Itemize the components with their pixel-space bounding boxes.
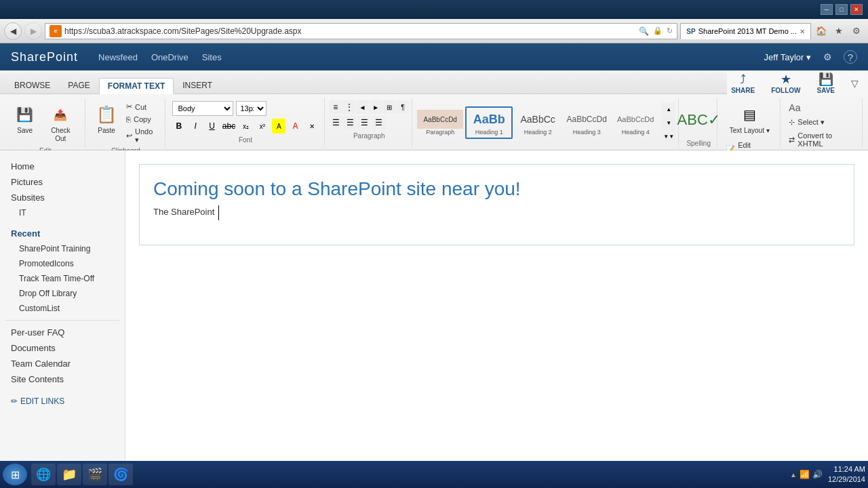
nav-onedrive[interactable]: OneDrive: [151, 52, 189, 62]
share-btn[interactable]: ⤴ SHARE: [727, 71, 759, 96]
styles-scroll-up-btn[interactable]: ▲: [662, 102, 675, 116]
sidebar-item-home[interactable]: Home: [5, 159, 119, 174]
sidebar-item-subsites[interactable]: Subsites: [5, 190, 119, 205]
refresh-icon[interactable]: ↻: [667, 26, 673, 35]
nav-newsfeed[interactable]: Newsfeed: [98, 52, 138, 62]
tab-page[interactable]: PAGE: [59, 77, 98, 94]
font-size-select[interactable]: 13px: [236, 101, 267, 116]
sidebar-item-custom-list[interactable]: CustomList: [5, 301, 119, 316]
outdent-btn[interactable]: ◄: [356, 100, 369, 114]
checkout-btn[interactable]: 📤 Check Out: [42, 101, 80, 146]
taskbar-ie-btn[interactable]: 🌐: [31, 464, 56, 485]
clear-format-btn[interactable]: ✕: [305, 119, 319, 134]
spelling-btn[interactable]: ABC✓ ABC✓: [684, 106, 713, 134]
style-h3-label: Heading 3: [573, 129, 601, 136]
checkout-icon: 📤: [50, 104, 71, 125]
page-title[interactable]: Coming soon to a SharePoint site near yo…: [153, 178, 840, 200]
style-h2-btn[interactable]: AaBbCc Heading 2: [514, 106, 561, 139]
sidebar-item-pictures[interactable]: Pictures: [5, 174, 119, 190]
title-bar-controls[interactable]: ─ □ ✕: [821, 4, 863, 15]
forward-btn[interactable]: ▶: [24, 22, 42, 40]
copy-btn[interactable]: ⎘ Copy: [123, 114, 159, 125]
ribbon-actions: ⤴ SHARE ★ FOLLOW 💾 SAVE ▽: [727, 70, 868, 96]
highlight-btn[interactable]: A: [272, 119, 285, 134]
style-h3-btn[interactable]: AaBbCcDd Heading 3: [563, 106, 610, 139]
styles-scroll-down-btn[interactable]: ▼: [662, 116, 675, 129]
align-right-btn[interactable]: ☰: [357, 116, 371, 129]
save-btn[interactable]: 💾 SAVE: [813, 70, 840, 96]
paste-btn[interactable]: 📋 Paste: [92, 101, 121, 138]
sp-logo[interactable]: SharePoint: [11, 50, 78, 64]
home-icon[interactable]: 🏠: [814, 24, 829, 39]
tab-format-text[interactable]: FORMAT TEXT: [99, 78, 174, 94]
styles-more-btn[interactable]: ▼▼: [662, 129, 675, 143]
back-btn[interactable]: ◀: [4, 22, 22, 40]
style-h1-btn[interactable]: AaBb Heading 1: [465, 106, 513, 139]
taskbar-media-btn[interactable]: 🎬: [83, 464, 107, 485]
special-btn[interactable]: ⊞: [383, 100, 396, 114]
taskbar-explorer-btn[interactable]: 📁: [57, 464, 81, 485]
style-paragraph-btn[interactable]: AaBbCcDd Paragraph: [416, 106, 464, 139]
subscript-btn[interactable]: x₂: [239, 119, 252, 134]
close-btn[interactable]: ✕: [850, 4, 863, 15]
sidebar-item-documents[interactable]: Documents: [5, 340, 119, 356]
edit-links-btn[interactable]: ✏ EDIT LINKS: [5, 392, 119, 410]
maximize-btn[interactable]: □: [835, 4, 848, 15]
favorites-icon[interactable]: ★: [831, 24, 846, 39]
sidebar-item-team-calendar[interactable]: Team Calendar: [5, 356, 119, 371]
sidebar-item-site-contents[interactable]: Site Contents: [5, 371, 119, 387]
sidebar-item-track-team[interactable]: Track Team Time-Off: [5, 271, 119, 286]
superscript-btn[interactable]: x²: [256, 119, 269, 134]
spelling-group-label: Spelling: [686, 140, 711, 147]
start-btn[interactable]: ⊞: [3, 464, 27, 485]
sidebar-item-drop-off[interactable]: Drop Off Library: [5, 286, 119, 301]
settings-icon[interactable]: ⚙: [849, 24, 864, 39]
cut-btn[interactable]: ✂ Cut: [123, 101, 159, 113]
browser-tab-active[interactable]: SP SharePoint 2013 MT Demo ... ✕: [680, 23, 811, 39]
list-ol-btn[interactable]: ⋮: [342, 100, 355, 114]
sp-settings-icon[interactable]: ⚙: [819, 49, 835, 65]
taskbar-arrow-icon[interactable]: ▲: [790, 471, 797, 479]
tab-close-btn[interactable]: ✕: [800, 28, 805, 35]
italic-btn[interactable]: I: [189, 119, 202, 134]
strikethrough-btn[interactable]: abc: [222, 119, 236, 134]
media-icon: 🎬: [87, 467, 102, 482]
title-bar: ─ □ ✕: [0, 0, 868, 19]
content-box[interactable]: Coming soon to a SharePoint site near yo…: [139, 164, 854, 245]
align-justify-btn[interactable]: ☰: [372, 116, 385, 129]
taskbar-chrome-btn[interactable]: 🌀: [108, 464, 133, 485]
text-layout-btn[interactable]: ▤ Text Layout ▾: [726, 101, 774, 138]
sidebar-item-sp-training[interactable]: SharePoint Training: [5, 241, 119, 256]
taskbar-clock[interactable]: 11:24 AM 12/29/2014: [828, 464, 865, 485]
select-btn[interactable]: ⊹ Select ▾: [786, 117, 827, 128]
sidebar-divider: [5, 320, 119, 321]
sp-user-name[interactable]: Jeff Taylor ▾: [764, 52, 811, 62]
sidebar-item-it[interactable]: IT: [5, 205, 119, 220]
taskbar-network-icon[interactable]: 📶: [800, 470, 810, 479]
save-large-btn[interactable]: 💾 Save: [11, 101, 39, 138]
sp-help-icon[interactable]: ?: [844, 50, 857, 64]
minimize-ribbon-btn[interactable]: ▽: [847, 77, 863, 90]
tab-insert[interactable]: INSERT: [174, 77, 221, 94]
sidebar-item-per-user-faq[interactable]: Per-user FAQ: [5, 325, 119, 340]
indent-btn[interactable]: ►: [370, 100, 382, 114]
search-icon[interactable]: 🔍: [639, 26, 649, 36]
underline-btn[interactable]: U: [205, 119, 218, 134]
address-bar[interactable]: e https://scuba3.atrackspace.com/SitePag…: [45, 23, 677, 39]
style-h4-btn[interactable]: AaBbCcDd Heading 4: [612, 106, 659, 139]
font-color-btn[interactable]: A: [288, 119, 302, 134]
convert-xhtml-btn[interactable]: ⇄ Convert to XHTML: [786, 130, 858, 149]
taskbar-volume-icon[interactable]: 🔊: [812, 470, 823, 479]
list-ul-btn[interactable]: ≡: [329, 100, 342, 114]
tab-browse[interactable]: BROWSE: [5, 77, 59, 94]
minimize-btn[interactable]: ─: [821, 4, 833, 15]
align-left-btn[interactable]: ☰: [329, 116, 342, 129]
undo-btn[interactable]: ↩ Undo ▾: [123, 126, 159, 146]
pilcrow-btn[interactable]: ¶: [396, 100, 409, 114]
font-family-select[interactable]: Body: [172, 101, 233, 116]
sidebar-item-promoted-icons[interactable]: PromotedIcons: [5, 256, 119, 271]
bold-btn[interactable]: B: [172, 119, 186, 134]
follow-btn[interactable]: ★ FOLLOW: [767, 70, 804, 96]
nav-sites[interactable]: Sites: [202, 52, 222, 62]
align-center-btn[interactable]: ☰: [343, 116, 357, 129]
